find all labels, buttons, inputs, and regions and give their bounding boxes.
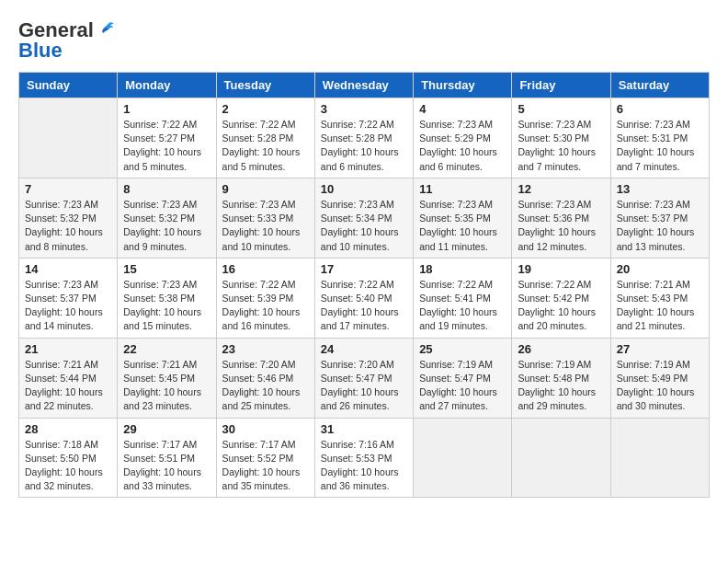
day-info: Sunrise: 7:20 AM Sunset: 5:46 PM Dayligh…: [222, 358, 309, 414]
day-info: Sunrise: 7:23 AM Sunset: 5:36 PM Dayligh…: [518, 198, 604, 254]
weekday-header-thursday: Thursday: [414, 73, 512, 98]
day-info: Sunrise: 7:19 AM Sunset: 5:48 PM Dayligh…: [518, 358, 604, 414]
calendar-cell: 24Sunrise: 7:20 AM Sunset: 5:47 PM Dayli…: [314, 338, 413, 418]
day-info: Sunrise: 7:23 AM Sunset: 5:31 PM Dayligh…: [617, 118, 703, 174]
calendar-cell: 27Sunrise: 7:19 AM Sunset: 5:49 PM Dayli…: [610, 338, 709, 418]
day-info: Sunrise: 7:23 AM Sunset: 5:35 PM Dayligh…: [419, 198, 506, 254]
day-number: 10: [321, 182, 407, 196]
calendar-cell: 31Sunrise: 7:16 AM Sunset: 5:53 PM Dayli…: [314, 418, 413, 498]
calendar-cell: 21Sunrise: 7:21 AM Sunset: 5:44 PM Dayli…: [19, 338, 118, 418]
day-info: Sunrise: 7:23 AM Sunset: 5:29 PM Dayligh…: [419, 118, 506, 174]
weekday-header-tuesday: Tuesday: [216, 73, 314, 98]
weekday-header-saturday: Saturday: [610, 73, 709, 98]
calendar-cell: 23Sunrise: 7:20 AM Sunset: 5:46 PM Dayli…: [216, 338, 314, 418]
day-info: Sunrise: 7:21 AM Sunset: 5:43 PM Dayligh…: [617, 278, 703, 334]
day-info: Sunrise: 7:23 AM Sunset: 5:37 PM Dayligh…: [25, 278, 111, 334]
day-number: 28: [25, 422, 111, 436]
day-info: Sunrise: 7:17 AM Sunset: 5:52 PM Dayligh…: [222, 438, 309, 494]
calendar-cell: 17Sunrise: 7:22 AM Sunset: 5:40 PM Dayli…: [314, 258, 413, 338]
calendar-cell: [414, 418, 512, 498]
day-number: 9: [222, 182, 309, 196]
day-number: 1: [123, 102, 210, 116]
weekday-header-monday: Monday: [118, 73, 216, 98]
day-info: Sunrise: 7:19 AM Sunset: 5:49 PM Dayligh…: [617, 358, 703, 414]
page-header: General Blue: [18, 18, 710, 63]
day-number: 6: [617, 102, 703, 116]
day-number: 29: [123, 422, 210, 436]
day-info: Sunrise: 7:21 AM Sunset: 5:45 PM Dayligh…: [123, 358, 210, 414]
calendar-cell: 25Sunrise: 7:19 AM Sunset: 5:47 PM Dayli…: [414, 338, 512, 418]
calendar-table: SundayMondayTuesdayWednesdayThursdayFrid…: [18, 72, 710, 498]
calendar-cell: 30Sunrise: 7:17 AM Sunset: 5:52 PM Dayli…: [216, 418, 314, 498]
day-number: 15: [123, 262, 210, 276]
day-info: Sunrise: 7:16 AM Sunset: 5:53 PM Dayligh…: [321, 438, 407, 494]
calendar-cell: 13Sunrise: 7:23 AM Sunset: 5:37 PM Dayli…: [610, 178, 709, 258]
calendar-cell: [512, 418, 610, 498]
day-info: Sunrise: 7:17 AM Sunset: 5:51 PM Dayligh…: [123, 438, 210, 494]
weekday-header-friday: Friday: [512, 73, 610, 98]
calendar-cell: 10Sunrise: 7:23 AM Sunset: 5:34 PM Dayli…: [314, 178, 413, 258]
day-info: Sunrise: 7:22 AM Sunset: 5:42 PM Dayligh…: [518, 278, 604, 334]
day-number: 7: [25, 182, 111, 196]
logo-blue: Blue: [18, 39, 63, 63]
day-number: 4: [419, 102, 506, 116]
day-number: 23: [222, 342, 309, 356]
day-info: Sunrise: 7:22 AM Sunset: 5:41 PM Dayligh…: [419, 278, 506, 334]
calendar-cell: 8Sunrise: 7:23 AM Sunset: 5:32 PM Daylig…: [118, 178, 216, 258]
calendar-cell: 22Sunrise: 7:21 AM Sunset: 5:45 PM Dayli…: [118, 338, 216, 418]
calendar-cell: 19Sunrise: 7:22 AM Sunset: 5:42 PM Dayli…: [512, 258, 610, 338]
day-info: Sunrise: 7:20 AM Sunset: 5:47 PM Dayligh…: [321, 358, 407, 414]
day-info: Sunrise: 7:22 AM Sunset: 5:28 PM Dayligh…: [321, 118, 407, 174]
calendar-cell: 28Sunrise: 7:18 AM Sunset: 5:50 PM Dayli…: [19, 418, 118, 498]
day-number: 3: [321, 102, 407, 116]
day-info: Sunrise: 7:23 AM Sunset: 5:32 PM Dayligh…: [123, 198, 210, 254]
calendar-cell: 9Sunrise: 7:23 AM Sunset: 5:33 PM Daylig…: [216, 178, 314, 258]
day-info: Sunrise: 7:23 AM Sunset: 5:33 PM Dayligh…: [222, 198, 309, 254]
calendar-cell: 14Sunrise: 7:23 AM Sunset: 5:37 PM Dayli…: [19, 258, 118, 338]
day-number: 12: [518, 182, 604, 196]
calendar-cell: 1Sunrise: 7:22 AM Sunset: 5:27 PM Daylig…: [118, 98, 216, 178]
calendar-cell: 18Sunrise: 7:22 AM Sunset: 5:41 PM Dayli…: [414, 258, 512, 338]
calendar-cell: 3Sunrise: 7:22 AM Sunset: 5:28 PM Daylig…: [314, 98, 413, 178]
calendar-cell: 4Sunrise: 7:23 AM Sunset: 5:29 PM Daylig…: [414, 98, 512, 178]
day-info: Sunrise: 7:18 AM Sunset: 5:50 PM Dayligh…: [25, 438, 111, 494]
day-info: Sunrise: 7:22 AM Sunset: 5:28 PM Dayligh…: [222, 118, 309, 174]
day-info: Sunrise: 7:23 AM Sunset: 5:32 PM Dayligh…: [25, 198, 111, 254]
day-info: Sunrise: 7:23 AM Sunset: 5:34 PM Dayligh…: [321, 198, 407, 254]
day-number: 18: [419, 262, 506, 276]
day-info: Sunrise: 7:21 AM Sunset: 5:44 PM Dayligh…: [25, 358, 111, 414]
calendar-cell: 15Sunrise: 7:23 AM Sunset: 5:38 PM Dayli…: [118, 258, 216, 338]
day-number: 30: [222, 422, 309, 436]
logo-bird-icon: [96, 20, 116, 40]
day-info: Sunrise: 7:22 AM Sunset: 5:27 PM Dayligh…: [123, 118, 210, 174]
day-info: Sunrise: 7:22 AM Sunset: 5:40 PM Dayligh…: [321, 278, 407, 334]
weekday-header-sunday: Sunday: [19, 73, 118, 98]
day-info: Sunrise: 7:23 AM Sunset: 5:37 PM Dayligh…: [617, 198, 703, 254]
day-number: 16: [222, 262, 309, 276]
day-number: 25: [419, 342, 506, 356]
day-number: 21: [25, 342, 111, 356]
day-number: 19: [518, 262, 604, 276]
calendar-cell: [19, 98, 118, 178]
calendar-cell: 26Sunrise: 7:19 AM Sunset: 5:48 PM Dayli…: [512, 338, 610, 418]
calendar-cell: 29Sunrise: 7:17 AM Sunset: 5:51 PM Dayli…: [118, 418, 216, 498]
day-number: 8: [123, 182, 210, 196]
day-number: 14: [25, 262, 111, 276]
calendar-cell: 16Sunrise: 7:22 AM Sunset: 5:39 PM Dayli…: [216, 258, 314, 338]
day-number: 27: [617, 342, 703, 356]
day-info: Sunrise: 7:22 AM Sunset: 5:39 PM Dayligh…: [222, 278, 309, 334]
day-number: 5: [518, 102, 604, 116]
day-number: 13: [617, 182, 703, 196]
day-number: 26: [518, 342, 604, 356]
day-number: 20: [617, 262, 703, 276]
calendar-cell: 5Sunrise: 7:23 AM Sunset: 5:30 PM Daylig…: [512, 98, 610, 178]
calendar-cell: [610, 418, 709, 498]
calendar-cell: 2Sunrise: 7:22 AM Sunset: 5:28 PM Daylig…: [216, 98, 314, 178]
day-number: 22: [123, 342, 210, 356]
day-info: Sunrise: 7:19 AM Sunset: 5:47 PM Dayligh…: [419, 358, 506, 414]
logo: General Blue: [18, 18, 116, 63]
day-info: Sunrise: 7:23 AM Sunset: 5:38 PM Dayligh…: [123, 278, 210, 334]
calendar-cell: 20Sunrise: 7:21 AM Sunset: 5:43 PM Dayli…: [610, 258, 709, 338]
day-info: Sunrise: 7:23 AM Sunset: 5:30 PM Dayligh…: [518, 118, 604, 174]
day-number: 17: [321, 262, 407, 276]
